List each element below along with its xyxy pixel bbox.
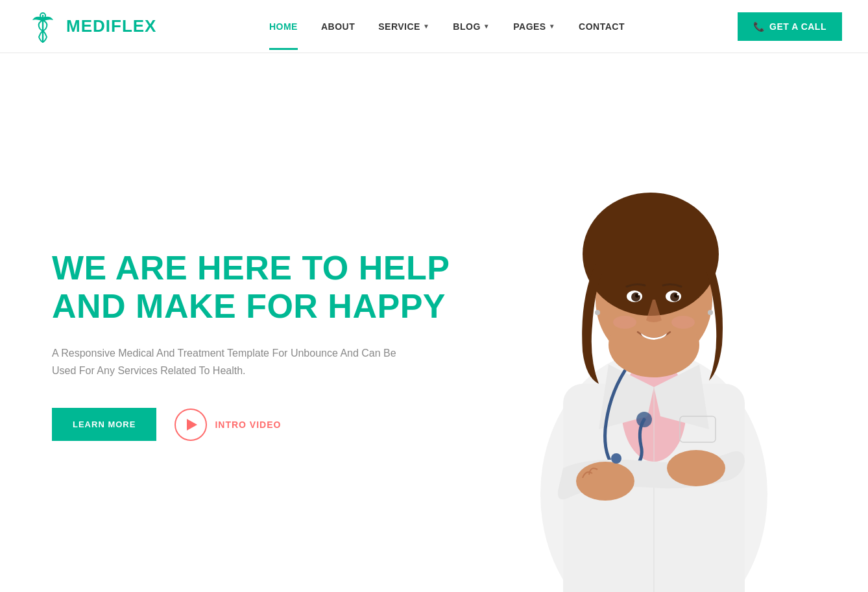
hero-section: WE ARE HERE TO HELP AND MAKE FOR HAPPY A… [0,53,868,592]
hero-title: WE ARE HERE TO HELP AND MAKE FOR HAPPY [52,249,474,327]
svg-point-8 [667,450,725,486]
learn-more-button[interactable]: LEARN MORE [52,408,156,441]
nav-item-home[interactable]: HOME [269,3,298,50]
logo-text: MEDIFLEX [66,16,156,36]
nav-item-contact[interactable]: CONTACT [579,3,625,50]
phone-icon: 📞 [753,21,765,32]
svg-point-12 [583,193,719,316]
intro-video-area[interactable]: INTRO VIDEO [175,408,281,441]
get-call-button[interactable]: 📞 GET A CALL [738,12,842,41]
svg-point-20 [677,294,679,296]
nav-item-about[interactable]: ABOUT [321,3,355,50]
caduceus-icon [26,10,60,43]
nav-item-pages[interactable]: PAGES ▼ [513,3,555,50]
svg-point-23 [595,310,600,315]
service-dropdown-arrow: ▼ [423,23,429,30]
svg-point-7 [576,462,634,501]
blog-dropdown-arrow: ▼ [483,23,490,30]
main-nav: HOME ABOUT SERVICE ▼ BLOG ▼ PAGES ▼ CONT… [269,3,625,50]
hero-actions: LEARN MORE INTRO VIDEO [52,408,474,441]
intro-video-label: INTRO VIDEO [215,420,281,430]
hero-image [492,92,816,592]
pages-dropdown-arrow: ▼ [549,23,555,30]
svg-point-22 [671,316,695,329]
hero-content: WE ARE HERE TO HELP AND MAKE FOR HAPPY A… [52,249,474,442]
svg-point-21 [613,316,636,329]
svg-point-6 [636,412,652,427]
logo[interactable]: MEDIFLEX [26,10,156,43]
nav-item-blog[interactable]: BLOG ▼ [453,3,490,50]
header: MEDIFLEX HOME ABOUT SERVICE ▼ BLOG ▼ PAG… [0,0,868,53]
svg-point-19 [638,294,640,296]
doctor-illustration [505,92,803,592]
svg-point-24 [708,310,713,315]
play-button[interactable] [175,408,207,441]
svg-point-26 [611,453,621,464]
hero-subtitle: A Responsive Medical And Treatment Templ… [52,344,402,379]
play-icon [187,419,197,431]
nav-item-service[interactable]: SERVICE ▼ [378,3,429,50]
